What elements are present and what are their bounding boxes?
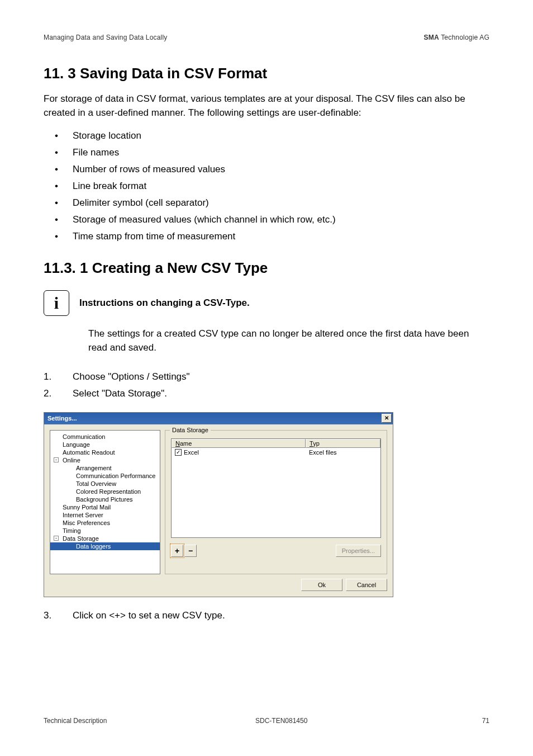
tree-item-label: Communication Performance [76,472,155,479]
csv-type-name: Excel [184,449,199,456]
tree-item-colored-representation[interactable]: Colored Representation [50,488,160,495]
step-item: Choose "Options / Settings" [44,368,489,385]
settings-tree[interactable]: CommunicationLanguageAutomatic Readout-O… [50,430,160,574]
settings-dialog: Settings... ✕ CommunicationLanguageAutom… [44,412,393,597]
tree-item-label: Total Overview [76,480,116,487]
tree-item-label: Sunny Portal Mail [63,504,111,511]
bullet-item: Time stamp from time of measurement [44,228,489,245]
tree-item-misc-preferences[interactable]: Misc Preferences [50,519,160,527]
tree-item-label: Online [63,457,80,464]
section-heading-11-3-1: 11.3. 1 Creating a New CSV Type [44,259,489,277]
page-number: 71 [456,717,489,725]
header-left: Managing Data and Saving Data Locally [44,34,168,41]
step-item: Click on <+> to set a new CSV type. [44,607,489,624]
tree-expander-icon[interactable]: - [54,536,59,541]
tree-item-label: Colored Representation [76,488,141,495]
info-icon-glyph: i [54,294,59,313]
tree-item-language[interactable]: Language [50,441,160,448]
column-header-name[interactable]: Name [172,439,306,448]
step-list-cont: Click on <+> to set a new CSV type. [44,607,489,624]
tree-item-label: Arrangement [76,465,112,471]
tree-item-label: Data loggers [76,543,111,550]
tree-item-online[interactable]: -Online [50,456,160,464]
tree-item-label: Language [63,441,90,448]
add-csv-type-button[interactable]: + [171,545,183,557]
tree-item-label: Communication [63,433,105,440]
bullet-item: Storage location [44,127,489,144]
list-row[interactable]: ✓ExcelExcel files [172,448,380,457]
tree-item-timing[interactable]: Timing [50,527,160,535]
ok-button[interactable]: Ok [301,579,342,591]
groupbox-legend: Data Storage [170,427,211,433]
tree-item-label: Internet Server [63,512,103,518]
tree-item-data-loggers[interactable]: Data loggers [50,542,160,550]
step-list: Choose "Options / Settings" Select "Data… [44,368,489,402]
tree-item-label: Misc Preferences [63,519,110,526]
footer-mid: SDC-TEN081450 [255,717,307,725]
bullet-item: Line break format [44,178,489,195]
info-body: The settings for a created CSV type can … [88,327,489,355]
csv-type-listview[interactable]: Name Typ ✓ExcelExcel files [171,438,381,538]
csv-type-typ: Excel files [306,449,380,456]
tree-item-label: Timing [63,527,81,534]
info-icon: i [44,290,69,316]
bullet-item: Number of rows of measured values [44,161,489,178]
section-heading-11-3: 11. 3 Saving Data in CSV Format [44,65,489,82]
tree-expander-icon[interactable]: - [54,457,59,462]
tree-item-sunny-portal-mail[interactable]: Sunny Portal Mail [50,503,160,511]
dialog-titlebar[interactable]: Settings... ✕ [44,413,393,424]
running-footer: Technical Description SDC-TEN081450 71 [44,717,489,725]
checkbox-icon[interactable]: ✓ [175,449,182,456]
cancel-button[interactable]: Cancel [346,579,387,591]
intro-paragraph: For storage of data in CSV format, vario… [44,92,489,120]
tree-item-label: Data Storage [63,535,99,542]
bullet-item: File names [44,144,489,161]
bullet-item: Delimiter symbol (cell separator) [44,195,489,211]
tree-item-label: Automatic Readout [63,449,115,456]
running-header: Managing Data and Saving Data Locally SM… [44,34,489,41]
tree-item-arrangement[interactable]: Arrangement [50,464,160,472]
tree-item-communication[interactable]: Communication [50,433,160,441]
dialog-title: Settings... [47,415,77,422]
tree-item-internet-server[interactable]: Internet Server [50,511,160,519]
column-header-typ[interactable]: Typ [306,439,380,448]
data-storage-groupbox: Data Storage Name Typ ✓ExcelExcel files … [165,430,387,574]
tree-item-communication-performance[interactable]: Communication Performance [50,472,160,480]
tree-item-label: Background Pictures [76,496,133,503]
header-right: SMA Technologie AG [424,34,489,41]
footer-left: Technical Description [44,717,107,725]
tree-item-total-overview[interactable]: Total Overview [50,480,160,488]
properties-button[interactable]: Properties... [336,545,381,557]
step-item: Select "Data Storage". [44,385,489,402]
bullet-list: Storage location File names Number of ro… [44,127,489,245]
close-icon[interactable]: ✕ [382,414,392,423]
tree-item-automatic-readout[interactable]: Automatic Readout [50,448,160,456]
bullet-item: Storage of measured values (which channe… [44,211,489,228]
tree-item-data-storage[interactable]: -Data Storage [50,535,160,542]
tree-item-background-pictures[interactable]: Background Pictures [50,495,160,503]
remove-csv-type-button[interactable]: − [184,545,197,557]
info-title: Instructions on changing a CSV-Type. [79,297,250,309]
info-callout: i Instructions on changing a CSV-Type. [44,290,489,316]
